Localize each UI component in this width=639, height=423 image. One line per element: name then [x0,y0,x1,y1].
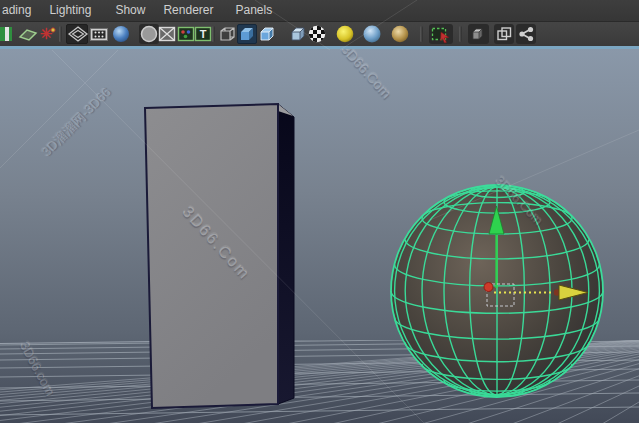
menu-shading[interactable]: ading [1,0,32,21]
xray-cube-icon[interactable] [288,24,308,44]
menu-renderer[interactable]: Renderer [162,0,214,21]
svg-text:✳: ✳ [40,25,53,42]
flat-circle-icon[interactable] [139,24,159,44]
smooth-shaded-cube-icon[interactable] [237,24,257,44]
toolbar-separator [420,26,423,42]
box-object[interactable] [145,104,294,408]
wireframe-diamond-icon[interactable] [66,24,88,44]
svg-text:T: T [200,28,207,40]
grid-plane-icon[interactable] [18,24,38,44]
manipulator-center[interactable] [484,283,493,292]
toolbar-separator [59,26,62,42]
isolate-select-icon[interactable] [429,24,453,44]
menu-show[interactable]: Show [114,0,146,21]
gold-light-ball-icon[interactable] [390,24,410,44]
wireframe-on-shaded-cube-icon[interactable] [257,24,277,44]
red-asterisk-zoom-icon[interactable]: ✳ [38,24,58,44]
poly-cube-icon[interactable] [468,24,489,44]
duplicate-squares-icon[interactable] [494,24,514,44]
menu-lighting[interactable]: Lighting [48,0,92,21]
textured-t-box-icon[interactable]: T [193,24,213,44]
toolbar-separator [212,26,215,42]
blue-light-ball-icon[interactable] [362,24,382,44]
checker-ball-icon[interactable] [307,24,327,44]
yellow-light-ball-icon[interactable] [335,24,355,44]
wireframe-cube-icon[interactable] [217,24,237,44]
app-window: ading Lighting Show Renderer Panels ✳ [0,0,639,423]
share-nodes-icon[interactable] [516,24,536,44]
shaded-sphere-icon[interactable] [111,24,131,44]
film-gate-icon[interactable] [89,24,109,44]
book-flag-icon[interactable] [0,24,12,44]
menu-panels[interactable]: Panels [234,0,273,21]
viewport-canvas[interactable]: 3D66.Com 3D66.Com 3D66.com 3D66.Com [0,49,639,423]
panel-toolbar: ✳ T [0,22,639,46]
toolbar-separator [459,26,462,42]
no-texture-box-icon[interactable] [157,24,177,44]
panel-menu-bar: ading Lighting Show Renderer Panels [0,0,639,22]
scene [0,49,639,423]
